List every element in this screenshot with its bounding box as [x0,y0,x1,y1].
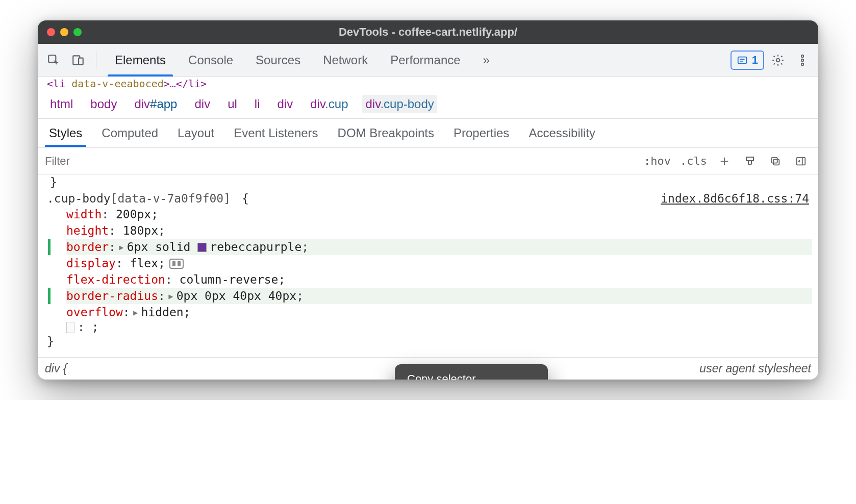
subtab-styles[interactable]: Styles [47,120,84,146]
new-declaration-input[interactable]: : ; [44,320,812,334]
breadcrumb-div-app[interactable]: div#app [131,95,180,113]
dom-breadcrumbs: html body div#app div ul li div div.cup … [38,91,818,118]
flex-editor-icon[interactable] [169,259,184,269]
subtab-event-listeners[interactable]: Event Listeners [232,120,320,146]
breadcrumb-li[interactable]: li [251,95,263,113]
window-title: DevTools - coffee-cart.netlify.app/ [38,26,818,39]
prev-rule-close-brace: } [44,174,812,189]
main-toolbar: Elements Console Sources Network Perform… [38,44,818,77]
tab-elements[interactable]: Elements [104,44,177,76]
devtools-window: DevTools - coffee-cart.netlify.app/ Elem… [38,20,818,380]
svg-rect-12 [773,159,779,165]
svg-point-9 [801,63,804,65]
color-swatch-icon[interactable] [197,243,207,252]
svg-point-6 [776,58,780,62]
styles-subtabs: Styles Computed Layout Event Listeners D… [38,118,818,148]
breadcrumb-ul[interactable]: ul [224,95,240,113]
toggle-hov-button[interactable]: :hov [644,155,671,167]
window-controls [47,28,82,36]
rule-selector[interactable]: .cup-body[data-v-7a0f9f00] { [47,192,249,205]
window-close-button[interactable] [47,28,55,36]
text-cursor-icon [66,322,74,333]
breadcrumb-div[interactable]: div [191,95,213,113]
subtab-computed[interactable]: Computed [99,120,160,146]
issues-badge[interactable]: 1 [731,51,764,70]
copy-icon[interactable] [767,153,784,169]
breadcrumb-div-cup-body[interactable]: div.cup-body [362,95,437,113]
decl-border[interactable]: border:▸6px solid rebeccapurple; [66,239,812,255]
svg-rect-13 [772,157,777,163]
paint-brush-icon[interactable] [742,153,758,169]
dom-snippet: <li data-v-eeaboced>…</li> [38,77,818,91]
subtab-properties[interactable]: Properties [451,120,511,146]
svg-rect-2 [79,58,83,64]
styles-filter-input[interactable] [38,148,490,174]
styles-filter-actions: :hov .cls [635,153,818,169]
breadcrumb-div-cup[interactable]: div.cup [307,95,351,113]
tab-performance[interactable]: Performance [379,44,471,76]
rule-source-link[interactable]: index.8d6c6f18.css:74 [661,192,809,205]
ctx-copy-selector[interactable]: Copy selector [399,368,544,380]
tabs-overflow[interactable]: » [472,44,501,76]
styles-filterbar: :hov .cls [38,148,818,174]
sidebar-toggle-icon[interactable] [793,153,809,169]
ua-selector[interactable]: div { [45,362,67,375]
rule-close-brace: } [44,334,812,351]
kebab-menu-icon[interactable] [792,49,813,71]
breadcrumb-body[interactable]: body [87,95,120,113]
rule-declarations: width: 200px; height: 180px; border:▸6px… [44,206,812,320]
subtab-dom-breakpoints[interactable]: DOM Breakpoints [336,120,436,146]
tab-sources[interactable]: Sources [244,44,312,76]
panel-tabs: Elements Console Sources Network Perform… [104,44,501,76]
subtab-layout[interactable]: Layout [175,120,216,146]
inspect-element-icon[interactable] [43,49,64,71]
breadcrumb-html[interactable]: html [47,95,76,113]
rule-header: .cup-body[data-v-7a0f9f00] { index.8d6c6… [44,189,812,206]
tab-network[interactable]: Network [312,44,379,76]
decl-width[interactable]: width: 200px; [66,206,812,222]
svg-point-8 [801,59,804,61]
svg-rect-3 [738,57,747,63]
window-zoom-button[interactable] [73,28,82,36]
decl-display[interactable]: display: flex; [66,255,812,271]
issues-count: 1 [752,54,758,67]
titlebar: DevTools - coffee-cart.netlify.app/ [38,20,818,44]
device-toolbar-icon[interactable] [67,49,89,71]
styles-context-menu: Copy selector Copy rule Copy all declara… [395,364,548,380]
tab-console[interactable]: Console [177,44,244,76]
decl-height[interactable]: height: 180px; [66,222,812,239]
decl-overflow[interactable]: overflow:▸hidden; [66,304,812,320]
decl-border-radius[interactable]: border-radius:▸0px 0px 40px 40px; [66,288,812,304]
styles-pane: } .cup-body[data-v-7a0f9f00] { index.8d6… [38,174,818,357]
settings-gear-icon[interactable] [767,49,789,71]
subtab-accessibility[interactable]: Accessibility [526,120,597,146]
ua-label: user agent stylesheet [699,362,811,375]
toolbar-separator [96,51,96,69]
svg-point-7 [801,55,804,57]
decl-flex-direction[interactable]: flex-direction: column-reverse; [66,271,812,288]
window-minimize-button[interactable] [60,28,68,36]
new-style-rule-icon[interactable] [716,153,733,169]
toggle-cls-button[interactable]: .cls [680,155,707,167]
breadcrumb-div-2[interactable]: div [274,95,296,113]
